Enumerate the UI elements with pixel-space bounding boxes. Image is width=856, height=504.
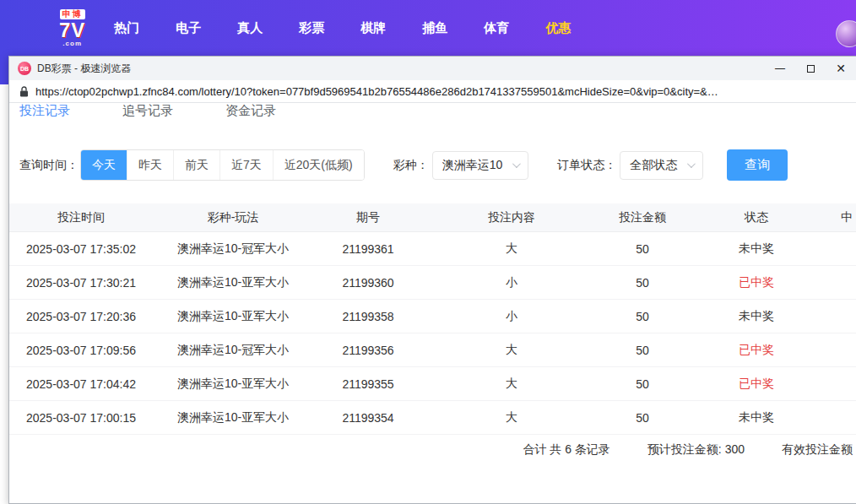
table-cell: 2025-03-07 17:00:15	[9, 411, 153, 425]
site-logo-sub-text: .com	[62, 41, 82, 47]
table-cell: 澳洲幸运10-亚军大小	[153, 377, 313, 392]
table-cell: 21199358	[313, 310, 423, 323]
table-cell: 50	[600, 242, 685, 256]
desktop: 申博 7V .com 热门电子真人彩票棋牌捕鱼体育优惠 DB DB彩票 - 极速…	[0, 0, 856, 504]
table-row: 2025-03-07 17:04:42澳洲幸运10-亚军大小21199355大5…	[9, 367, 856, 401]
site-nav-items: 热门电子真人彩票棋牌捕鱼体育优惠	[109, 17, 576, 40]
table-header-cell: 投注时间	[9, 210, 153, 225]
table-cell: 大	[423, 241, 600, 257]
window-title: DB彩票 - 极速浏览器	[37, 62, 765, 76]
table-header-cell: 彩种-玩法	[153, 210, 313, 225]
table-cell: 21199356	[313, 344, 423, 357]
table-cell: 澳洲幸运10-亚军大小	[153, 275, 313, 290]
table-cell: 澳洲幸运10-亚军大小	[153, 309, 313, 324]
nav-item[interactable]: 真人	[232, 17, 268, 40]
time-option[interactable]: 前天	[174, 150, 220, 180]
table-cell: 2025-03-07 17:20:36	[9, 310, 153, 323]
nav-item[interactable]: 体育	[479, 17, 514, 40]
table-row: 2025-03-07 17:30:21澳洲幸运10-亚军大小21199360小5…	[9, 266, 856, 300]
site-logo-top-text: 申博	[60, 9, 85, 19]
time-filter-label: 查询时间：	[19, 158, 79, 173]
lottery-select-value: 澳洲幸运10	[442, 158, 503, 173]
chevron-down-icon	[687, 160, 696, 168]
table-cell: 50	[600, 411, 685, 425]
table-body: 2025-03-07 17:35:02澳洲幸运10-冠军大小21199361大5…	[9, 232, 856, 435]
tab[interactable]: 资金记录	[225, 103, 276, 126]
time-option[interactable]: 近20天(低频)	[274, 150, 364, 180]
browser-addressbar[interactable]: https://ctop02pchwp1.zfnc84.com/lottery/…	[9, 80, 856, 103]
lottery-filter-label: 彩种：	[393, 158, 429, 173]
table-row: 2025-03-07 17:09:56澳洲幸运10-冠军大小21199356大5…	[9, 333, 856, 367]
nav-item[interactable]: 捕鱼	[417, 17, 452, 40]
table-cell: 小	[423, 309, 600, 324]
table-cell: 2025-03-07 17:35:02	[9, 242, 153, 256]
bet-records-table: 投注时间彩种-玩法期号投注内容投注金额状态中 2025-03-07 17:35:…	[9, 203, 856, 435]
window-titlebar[interactable]: DB DB彩票 - 极速浏览器 — ✕	[9, 57, 856, 80]
status-cell: 未中奖	[685, 410, 828, 425]
table-cell: 澳洲幸运10-亚军大小	[153, 410, 313, 425]
tab[interactable]: 投注记录	[19, 103, 70, 126]
lottery-select[interactable]: 澳洲幸运10	[432, 151, 529, 180]
close-button[interactable]: ✕	[826, 57, 856, 80]
table-cell: 21199360	[313, 276, 423, 290]
table-header-cell: 期号	[313, 210, 423, 225]
maximize-button[interactable]	[795, 57, 826, 80]
window-controls: — ✕	[765, 57, 856, 80]
table-cell: 大	[423, 377, 600, 392]
table-cell: 21199354	[313, 411, 423, 425]
minimize-button[interactable]: —	[765, 57, 795, 80]
site-logo-main-text: 7V	[59, 20, 85, 41]
order-status-value: 全部状态	[630, 158, 677, 173]
lock-icon	[19, 86, 29, 97]
db-logo-icon: DB	[18, 62, 31, 75]
nav-item[interactable]: 热门	[109, 17, 144, 40]
table-cell: 澳洲幸运10-冠军大小	[153, 343, 313, 358]
table-header-cell: 投注金额	[600, 210, 685, 225]
table-cell: 2025-03-07 17:09:56	[9, 344, 153, 357]
summary-item: 有效投注金额	[782, 442, 853, 458]
time-option[interactable]: 昨天	[127, 150, 174, 180]
table-cell: 50	[600, 310, 685, 323]
table-cell: 大	[423, 410, 600, 425]
table-cell: 21199361	[313, 242, 423, 256]
maximize-icon	[807, 65, 815, 73]
table-row: 2025-03-07 17:20:36澳洲幸运10-亚军大小21199358小5…	[9, 300, 856, 333]
status-cell: 已中奖	[685, 377, 828, 392]
table-row: 2025-03-07 17:35:02澳洲幸运10-冠军大小21199361大5…	[9, 232, 856, 266]
page-content: 投注记录追号记录资金记录 查询时间： 今天昨天前天近7天近20天(低频) 彩种：…	[9, 103, 856, 503]
table-header-cell: 投注内容	[423, 210, 600, 225]
search-button[interactable]: 查询	[727, 149, 788, 181]
order-status-select[interactable]: 全部状态	[620, 151, 703, 180]
table-cell: 澳洲幸运10-冠军大小	[153, 241, 313, 257]
tab[interactable]: 追号记录	[122, 103, 173, 126]
summary-item: 预计投注金额: 300	[647, 442, 745, 458]
table-cell: 2025-03-07 17:30:21	[9, 276, 153, 290]
browser-window: DB DB彩票 - 极速浏览器 — ✕ https://ctop02pchwp1…	[8, 56, 856, 504]
summary-item: 合计 共 6 条记录	[523, 442, 609, 458]
record-tabs: 投注记录追号记录资金记录	[9, 103, 856, 126]
summary-bar: 合计 共 6 条记录预计投注金额: 300有效投注金额	[9, 442, 856, 458]
table-header-cell: 中	[828, 210, 856, 225]
time-option[interactable]: 今天	[81, 150, 127, 180]
nav-item[interactable]: 彩票	[294, 17, 329, 40]
table-row: 2025-03-07 17:00:15澳洲幸运10-亚军大小21199354大5…	[9, 401, 856, 435]
table-cell: 50	[600, 377, 685, 391]
site-logo[interactable]: 申博 7V .com	[59, 9, 85, 47]
table-cell: 21199355	[313, 377, 423, 391]
order-status-label: 订单状态：	[557, 158, 616, 173]
nav-item[interactable]: 棋牌	[355, 17, 391, 40]
chevron-down-icon	[512, 160, 521, 168]
table-header-row: 投注时间彩种-玩法期号投注内容投注金额状态中	[9, 203, 856, 232]
table-header-cell: 状态	[685, 210, 828, 225]
table-cell: 大	[423, 343, 600, 358]
time-option[interactable]: 近7天	[220, 150, 274, 180]
nav-item[interactable]: 优惠	[540, 17, 576, 40]
table-cell: 50	[600, 276, 685, 290]
nav-item[interactable]: 电子	[171, 17, 206, 40]
url-text[interactable]: https://ctop02pchwp1.zfnc84.com/lottery/…	[35, 85, 718, 98]
status-cell: 未中奖	[685, 241, 828, 257]
table-cell: 50	[600, 344, 685, 357]
user-avatar[interactable]	[836, 20, 856, 47]
status-cell: 已中奖	[685, 343, 828, 358]
table-cell: 小	[423, 275, 600, 290]
